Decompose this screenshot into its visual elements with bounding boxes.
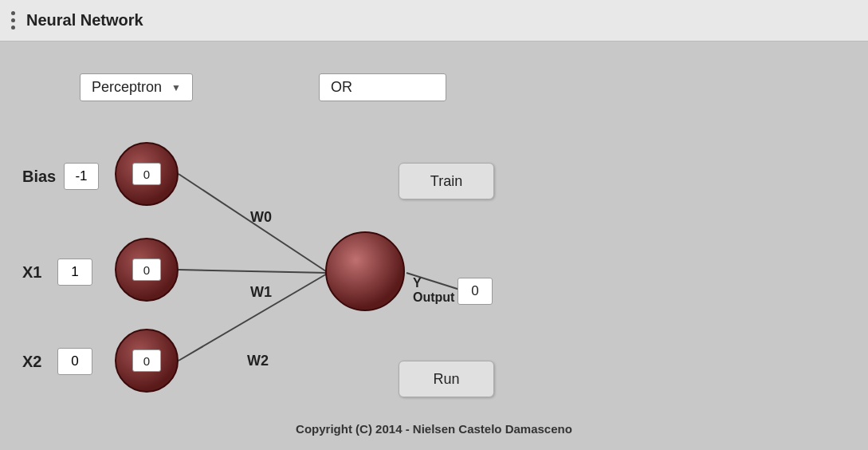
bias-input[interactable]: -1 xyxy=(64,163,99,190)
app-title: Neural Network xyxy=(26,11,143,30)
or-dropdown[interactable]: OR xyxy=(319,73,446,101)
w2-label: W2 xyxy=(247,353,269,369)
output-label: Output xyxy=(413,290,454,305)
w0-label: W0 xyxy=(250,209,272,226)
train-button[interactable]: Train xyxy=(399,163,494,199)
bias-neuron-weight[interactable]: 0 xyxy=(132,163,161,185)
x2-input[interactable]: 0 xyxy=(57,348,92,375)
perceptron-dropdown[interactable]: Perceptron xyxy=(80,73,193,101)
bias-neuron: 0 xyxy=(115,142,179,206)
x1-label: X1 xyxy=(22,263,41,282)
output-value: 0 xyxy=(458,278,493,305)
x1-neuron: 0 xyxy=(115,238,179,302)
x2-label: X2 xyxy=(22,353,41,371)
menu-icon[interactable] xyxy=(11,11,15,30)
title-bar: Neural Network xyxy=(0,0,868,41)
output-neuron xyxy=(325,231,405,311)
x2-neuron: 0 xyxy=(115,329,179,393)
y-label: Y xyxy=(413,276,422,290)
svg-line-1 xyxy=(179,270,328,273)
main-area: Perceptron OR Bias -1 X1 1 X2 0 0 0 0 W0… xyxy=(0,41,868,450)
or-label: OR xyxy=(331,79,352,95)
run-button[interactable]: Run xyxy=(399,361,494,397)
x1-neuron-weight[interactable]: 0 xyxy=(132,259,161,281)
bias-label: Bias xyxy=(22,168,56,186)
x1-input[interactable]: 1 xyxy=(57,259,92,286)
perceptron-label: Perceptron xyxy=(92,79,162,96)
x2-neuron-weight[interactable]: 0 xyxy=(132,349,161,372)
copyright-text: Copyright (C) 2014 - Nielsen Castelo Dam… xyxy=(296,422,572,436)
w1-label: W1 xyxy=(250,284,272,301)
